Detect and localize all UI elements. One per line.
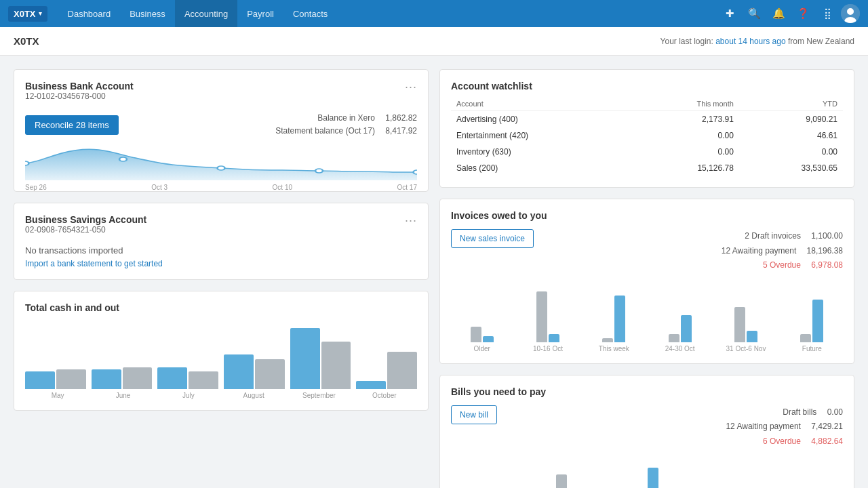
nav-business[interactable]: Business xyxy=(120,0,175,27)
cash-label: July xyxy=(156,392,221,399)
bar-group xyxy=(715,307,776,342)
watchlist-col-thismonth: This month xyxy=(633,97,738,111)
reconcile-button[interactable]: Reconcile 28 items xyxy=(25,115,119,135)
savings-account-card: Business Savings Account 02-0908-7654321… xyxy=(14,203,429,280)
bills-awaiting-row: 12 Awaiting payment 7,429.21 xyxy=(726,420,843,434)
bills-card: Bills you need to pay New bill Draft bil… xyxy=(439,375,854,488)
bar-group xyxy=(781,300,843,342)
svg-point-3 xyxy=(25,161,28,165)
import-statement-link[interactable]: Import a bank statement to get started xyxy=(25,259,163,268)
bar-pair xyxy=(602,296,625,342)
invoice-header-row: New sales invoice 2 Draft invoices 1,100… xyxy=(451,229,843,273)
bar-blue xyxy=(483,336,494,342)
overdue-invoices-label: 5 Overdue xyxy=(763,260,801,270)
invoices-card: Invoices owed to you New sales invoice 2… xyxy=(439,199,854,364)
draft-bills-label: Draft bills xyxy=(783,407,816,417)
cash-bar-group xyxy=(25,369,86,389)
last-login-time[interactable]: about 14 hours ago xyxy=(715,37,785,46)
last-login-suffix: from New Zealand xyxy=(788,37,854,46)
nav-contacts[interactable]: Contacts xyxy=(283,0,337,27)
watchlist-cell: Advertising (400) xyxy=(451,111,633,128)
grid-icon[interactable]: ⣿ xyxy=(816,3,838,24)
savings-account-menu[interactable]: ··· xyxy=(405,214,417,226)
bills-chart xyxy=(451,458,843,488)
statement-amount: 8,417.92 xyxy=(385,126,417,136)
svg-point-6 xyxy=(315,169,323,173)
org-name: X0TX xyxy=(14,35,39,47)
savings-account-title: Business Savings Account xyxy=(25,214,146,225)
awaiting-payment-row: 12 Awaiting payment 18,196.38 xyxy=(722,244,843,259)
watchlist-title: Account watchlist xyxy=(451,81,843,92)
main-nav: X0TX ▾ Dashboard Business Accounting Pay… xyxy=(0,0,868,27)
watchlist-col-ytd: YTD xyxy=(739,97,843,111)
invoices-title: Invoices owed to you xyxy=(451,210,843,221)
bank-chart-labels: Sep 26 Oct 3 Oct 10 Oct 17 xyxy=(25,184,417,191)
search-icon[interactable]: 🔍 xyxy=(743,3,765,24)
org-brand[interactable]: X0TX ▾ xyxy=(8,6,47,22)
bills-overdue-amount: 4,882.64 xyxy=(811,436,843,446)
bar-pair xyxy=(471,327,494,342)
chart-label: 24-30 Oct xyxy=(649,345,711,352)
draft-invoices-label: 2 Draft invoices xyxy=(745,231,801,241)
watchlist-cell: 15,126.78 xyxy=(633,160,738,176)
cash-chart xyxy=(25,321,417,389)
chart-label: Older xyxy=(451,345,513,352)
bar-group xyxy=(649,315,711,342)
last-login-text: Your last login: xyxy=(660,37,713,46)
right-column: Account watchlist Account This month YTD… xyxy=(439,69,854,488)
brand-chevron: ▾ xyxy=(39,10,42,17)
watchlist-cell: Entertainment (420) xyxy=(451,127,633,144)
bar-blue xyxy=(549,334,559,342)
bank-account-menu[interactable]: ··· xyxy=(405,81,417,93)
bank-balance-row: Reconcile 28 items Balance in Xero 1,862… xyxy=(25,112,417,138)
bills-header-row: New bill Draft bills 0.00 12 Awaiting pa… xyxy=(451,405,843,449)
user-avatar[interactable] xyxy=(841,4,860,23)
nav-accounting[interactable]: Accounting xyxy=(175,0,237,27)
bar-group xyxy=(451,327,513,342)
bills-overdue-row: 6 Overdue 4,882.64 xyxy=(726,434,843,449)
balance-xero-label: Balance in Xero xyxy=(317,113,375,123)
watchlist-row: Inventory (630)0.000.00 xyxy=(451,144,843,160)
watchlist-row: Entertainment (420)0.0046.61 xyxy=(451,127,843,144)
nav-links: Dashboard Business Accounting Payroll Co… xyxy=(58,0,719,27)
savings-card-header: Business Savings Account 02-0908-7654321… xyxy=(25,214,417,243)
cash-label: May xyxy=(25,392,90,399)
bar-blue xyxy=(681,315,692,342)
bar-group xyxy=(530,474,606,488)
bills-awaiting-label: 12 Awaiting payment xyxy=(726,422,801,431)
bank-card-header: Business Bank Account 12-0102-0345678-00… xyxy=(25,81,417,109)
watchlist-cell: 0.00 xyxy=(633,127,738,144)
bar-group xyxy=(610,468,685,488)
bank-mini-chart: Sep 26 Oct 3 Oct 10 Oct 17 xyxy=(25,143,417,180)
watchlist-cell: Sales (200) xyxy=(451,160,633,176)
bank-account-title-block: Business Bank Account 12-0102-0345678-00… xyxy=(25,81,134,109)
nav-dashboard[interactable]: Dashboard xyxy=(58,0,121,27)
add-icon[interactable]: ✚ xyxy=(719,3,741,24)
help-icon[interactable]: ❓ xyxy=(792,3,814,24)
chart-label-3: Oct 17 xyxy=(397,184,417,191)
chart-label-0: Sep 26 xyxy=(25,184,47,191)
watchlist-cell: 33,530.65 xyxy=(739,160,843,176)
cash-in-out-card: Total cash in and out MayJuneJulyAugustS… xyxy=(14,291,429,411)
cash-label: August xyxy=(221,392,286,399)
new-bill-button[interactable]: New bill xyxy=(451,405,497,424)
bar-group xyxy=(517,291,578,342)
left-column: Business Bank Account 12-0102-0345678-00… xyxy=(14,69,429,488)
chart-label: 10-16 Oct xyxy=(517,345,578,352)
awaiting-payment-label: 12 Awaiting payment xyxy=(722,246,797,256)
new-sales-invoice-button[interactable]: New sales invoice xyxy=(451,229,534,248)
bar-blue xyxy=(812,300,823,342)
watchlist-cell: 46.61 xyxy=(739,127,843,144)
draft-bills-row: Draft bills 0.00 xyxy=(726,405,843,420)
bar-blue xyxy=(747,331,757,342)
cash-title: Total cash in and out xyxy=(25,302,417,313)
draft-invoices-amount: 1,100.00 xyxy=(811,231,843,241)
draft-invoices-row: 2 Draft invoices 1,100.00 xyxy=(722,229,843,244)
svg-point-1 xyxy=(847,8,854,15)
nav-payroll[interactable]: Payroll xyxy=(237,0,283,27)
org-brand-label: X0TX xyxy=(14,9,36,19)
bar-pair xyxy=(635,468,658,488)
bell-icon[interactable]: 🔔 xyxy=(768,3,789,24)
bar-pair xyxy=(800,300,823,342)
watchlist-cell: 0.00 xyxy=(633,144,738,160)
